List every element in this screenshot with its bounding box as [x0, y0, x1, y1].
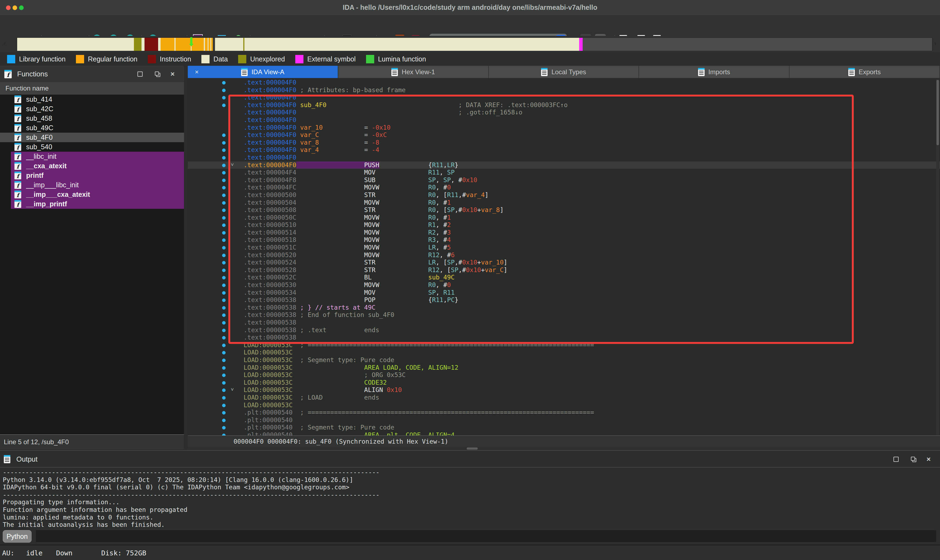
disasm-line[interactable]: LOAD:0000053C AREA LOAD, CODE, ALIGN=12: [188, 364, 940, 372]
disasm-line[interactable]: LOAD:0000053C ; ========================…: [188, 342, 940, 349]
function-row[interactable]: f__libc_init: [0, 152, 184, 161]
navigator-band[interactable]: [17, 37, 932, 51]
disasm-line[interactable]: ˅LOAD:0000053C ALIGN 0x10: [188, 386, 940, 394]
disasm-line[interactable]: LOAD:0000053C ; ORG 0x53C: [188, 371, 940, 379]
disasm-line[interactable]: .text:000004F0 var_10 = -0x10: [188, 124, 940, 132]
output-panel-title: Output: [16, 455, 891, 463]
line-dot-icon: [222, 186, 225, 189]
collapse-chevron-icon[interactable]: ˅: [231, 386, 234, 392]
disasm-line[interactable]: .text:000004F0 var_C = -0xC: [188, 131, 940, 139]
disasm-line[interactable]: .text:000004F0: [188, 116, 940, 124]
python-command-input[interactable]: [36, 530, 936, 542]
disasm-line[interactable]: .text:000004F0: [188, 94, 940, 102]
disasm-line[interactable]: LOAD:0000053C ; Segment type: Pure code: [188, 356, 940, 364]
band-scroll-right-icon[interactable]: ›: [935, 41, 936, 46]
disasm-line[interactable]: .plt:00000540: [188, 417, 940, 424]
disasm-line[interactable]: .text:00000510 MOVW R1, #2: [188, 221, 940, 229]
listing-horizontal-scrollbar[interactable]: [188, 447, 940, 450]
function-name: __imp_printf: [26, 200, 67, 208]
disasm-line[interactable]: .text:0000052C BL sub_49C: [188, 274, 940, 282]
close-output-icon[interactable]: ×: [924, 454, 934, 464]
disasm-line[interactable]: .text:00000518 MOVW R3, #4: [188, 236, 940, 244]
disasm-line[interactable]: .text:00000530 MOVW R0, #0: [188, 282, 940, 289]
disasm-line[interactable]: .text:000004F0 var_4 = -4: [188, 146, 940, 154]
disasm-line[interactable]: .text:000004F0 ; .got:off_1658↓o: [188, 109, 940, 116]
disasm-line[interactable]: .text:000004FC MOVW R0, #0: [188, 184, 940, 191]
disasm-text: .text:00000528 STR R12, [SP,#0x10+var_C]: [244, 266, 507, 274]
disasm-line[interactable]: .text:00000534 MOV SP, R11: [188, 289, 940, 297]
disasm-line[interactable]: .text:0000051C MOVW LR, #5: [188, 244, 940, 251]
function-row[interactable]: f__cxa_atexit: [0, 161, 184, 171]
disasm-line[interactable]: .text:00000500 STR R0, [R11,#var_4]: [188, 191, 940, 199]
listing-vertical-scrollbar[interactable]: [936, 79, 939, 435]
disasm-line[interactable]: .text:000004F4 MOV R11, SP: [188, 169, 940, 177]
function-row[interactable]: fsub_414: [0, 95, 184, 104]
disasm-line[interactable]: .text:00000538 ; End of function sub_4F0: [188, 311, 940, 319]
disasm-line[interactable]: .text:00000504 MOVW R0, #1: [188, 199, 940, 206]
function-row[interactable]: fsub_458: [0, 114, 184, 123]
disasm-line[interactable]: LOAD:0000053C: [188, 349, 940, 356]
band-segment: [243, 38, 244, 51]
disasm-line[interactable]: LOAD:0000053C: [188, 402, 940, 409]
disasm-line[interactable]: .text:00000538 ; .text ends: [188, 326, 940, 334]
band-position-marker-icon: [190, 37, 192, 44]
disasm-line[interactable]: .plt:00000540 ; ========================…: [188, 409, 940, 417]
function-row[interactable]: f__imp___libc_init: [0, 180, 184, 190]
float-output-icon[interactable]: [908, 454, 917, 464]
disasm-line[interactable]: .text:00000514 MOVW R2, #3: [188, 229, 940, 237]
disasm-line[interactable]: .text:000004F0 sub_4F0 ; DATA XREF: .tex…: [188, 102, 940, 109]
ida-view-a-listing[interactable]: .text:000004F0.text:000004F0 ; Attribute…: [188, 78, 940, 435]
disasm-line[interactable]: ˅.text:000004F0 PUSH {R11,LR}: [188, 162, 940, 169]
disasm-text: .text:000004FC MOVW R0, #0: [244, 184, 451, 191]
disasm-line[interactable]: .text:00000520 MOVW R12, #6: [188, 251, 940, 259]
collapse-chevron-icon[interactable]: ˅: [231, 162, 234, 168]
output-line: ----------------------------------------…: [3, 469, 936, 476]
function-row[interactable]: fsub_42C: [0, 104, 184, 114]
band-scroll-left-icon[interactable]: ‹: [4, 41, 5, 46]
tab-imports[interactable]: Imports: [639, 66, 790, 78]
function-row[interactable]: fsub_49C: [0, 123, 184, 133]
line-dot-icon: [222, 329, 225, 332]
disasm-line[interactable]: .plt:00000540 ; Segment type: Pure code: [188, 424, 940, 431]
tab-ida-view-a[interactable]: ×IDA View-A: [188, 66, 338, 78]
functions-status-bar: Line 5 of 12, /sub_4F0: [0, 434, 184, 449]
tab-local-types[interactable]: Local Types: [489, 66, 639, 78]
disasm-line[interactable]: .text:000004F0: [188, 154, 940, 162]
disasm-text: .text:00000514 MOVW R2, #3: [244, 229, 451, 237]
disasm-line[interactable]: .text:000004F0 var_8 = -8: [188, 139, 940, 146]
disasm-line[interactable]: LOAD:0000053C ; LOAD ends: [188, 394, 940, 402]
disasm-line[interactable]: .text:00000538: [188, 319, 940, 326]
float-panel-icon[interactable]: [151, 69, 161, 79]
disasm-line[interactable]: .text:00000524 STR LR, [SP,#0x10+var_10]: [188, 259, 940, 266]
disasm-line[interactable]: .text:00000508 STR R0, [SP,#0x10+var_8]: [188, 206, 940, 214]
disasm-line[interactable]: LOAD:0000053C CODE32: [188, 379, 940, 386]
disasm-text: .text:00000504 MOVW R0, #1: [244, 199, 451, 206]
statusbar-item: idle: [26, 549, 42, 557]
function-row[interactable]: f__imp___cxa_atexit: [0, 190, 184, 199]
disasm-line[interactable]: .text:0000050C MOVW R0, #1: [188, 214, 940, 222]
disasm-line[interactable]: .text:000004F0: [188, 79, 940, 86]
line-dot-icon: [222, 238, 225, 242]
disasm-line[interactable]: .text:000004F0 ; Attributes: bp-based fr…: [188, 86, 940, 94]
functions-column-header[interactable]: Function name: [0, 82, 184, 95]
disasm-line[interactable]: .text:00000528 STR R12, [SP,#0x10+var_C]: [188, 266, 940, 274]
tab-exports[interactable]: Exports: [790, 66, 940, 78]
function-row[interactable]: f__imp_printf: [0, 199, 184, 209]
tab-hex-view-1[interactable]: Hex View-1: [338, 66, 489, 78]
maximize-output-icon[interactable]: [891, 454, 901, 464]
output-console[interactable]: ----------------------------------------…: [3, 469, 936, 529]
line-dot-icon: [222, 246, 225, 249]
python-interpreter-button[interactable]: Python: [3, 530, 32, 543]
tab-close-icon[interactable]: ×: [195, 68, 199, 76]
disasm-line[interactable]: .plt:00000540 AREA .plt, CODE, ALIGN=4: [188, 431, 940, 435]
close-panel-icon[interactable]: ×: [168, 69, 178, 79]
statusbar-item: Disk: 752GB: [101, 549, 147, 557]
disasm-line[interactable]: .text:00000538 ; } // starts at 49C: [188, 304, 940, 312]
function-row[interactable]: fprintf: [0, 171, 184, 180]
maximize-panel-icon[interactable]: [135, 69, 145, 79]
function-row[interactable]: fsub_540: [0, 142, 184, 152]
disasm-line[interactable]: .text:00000538: [188, 334, 940, 342]
disasm-line[interactable]: .text:00000538 POP {R11,PC}: [188, 296, 940, 304]
function-row[interactable]: fsub_4F0: [0, 133, 184, 142]
disasm-line[interactable]: .text:000004F8 SUB SP, SP, #0x10: [188, 177, 940, 184]
